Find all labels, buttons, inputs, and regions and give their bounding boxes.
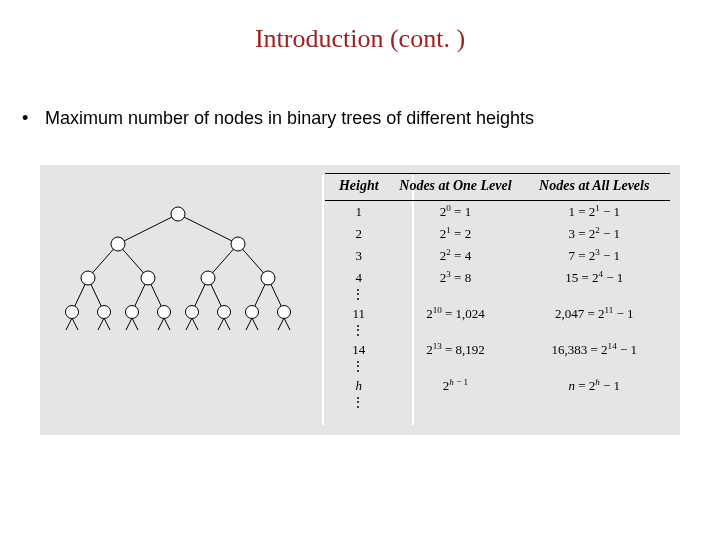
svg-line-33 (126, 318, 132, 330)
cell-one-level: 23 = 8 (392, 267, 518, 289)
cell-all-levels: n = 2h − 1 (519, 375, 670, 397)
th-one-level: Nodes at One Level (392, 174, 518, 201)
svg-line-1 (178, 214, 238, 244)
binary-tree-diagram (48, 200, 308, 370)
table-row: 14213 = 8,19216,383 = 214 − 1 (325, 339, 670, 361)
svg-line-44 (284, 318, 290, 330)
svg-point-28 (278, 306, 291, 319)
svg-line-38 (192, 318, 198, 330)
th-all-levels: Nodes at All Levels (519, 174, 670, 201)
svg-point-24 (158, 306, 171, 319)
svg-line-42 (252, 318, 258, 330)
svg-line-35 (158, 318, 164, 330)
svg-point-8 (231, 237, 245, 251)
figure-panel: Height Nodes at One Level Nodes at All L… (40, 165, 680, 435)
svg-point-26 (218, 306, 231, 319)
cell-height: 4 (325, 267, 392, 289)
cell-height: 3 (325, 245, 392, 267)
svg-point-18 (141, 271, 155, 285)
svg-line-31 (98, 318, 104, 330)
slide-title: Introduction (cont. ) (0, 24, 720, 54)
svg-line-0 (118, 214, 178, 244)
cell-height: 2 (325, 223, 392, 245)
cell-height: h (325, 375, 392, 397)
th-height: Height (325, 174, 392, 201)
svg-line-29 (66, 318, 72, 330)
slide: Introduction (cont. ) • Maximum number o… (0, 0, 720, 540)
table-row: 322 = 47 = 23 − 1 (325, 245, 670, 267)
bullet-line: • Maximum number of nodes in binary tree… (22, 108, 534, 129)
cell-all-levels: 15 = 24 − 1 (519, 267, 670, 289)
svg-line-43 (278, 318, 284, 330)
cell-height: 11 (325, 303, 392, 325)
svg-point-7 (111, 237, 125, 251)
cell-height: 1 (325, 201, 392, 224)
svg-point-2 (171, 207, 185, 221)
svg-point-21 (66, 306, 79, 319)
cell-one-level: 21 = 2 (392, 223, 518, 245)
svg-point-17 (81, 271, 95, 285)
svg-line-40 (224, 318, 230, 330)
cell-all-levels: 2,047 = 211 − 1 (519, 303, 670, 325)
cell-one-level: 22 = 4 (392, 245, 518, 267)
svg-line-34 (132, 318, 138, 330)
svg-point-22 (98, 306, 111, 319)
bullet-text: Maximum number of nodes in binary trees … (45, 108, 534, 128)
vdots-row: ⋮ (325, 361, 670, 375)
column-gap (322, 175, 324, 425)
table-row: 221 = 23 = 22 − 1 (325, 223, 670, 245)
cell-one-level: 210 = 1,024 (392, 303, 518, 325)
vdots-row: ⋮ (325, 325, 670, 339)
cell-height: 14 (325, 339, 392, 361)
cell-all-levels: 16,383 = 214 − 1 (519, 339, 670, 361)
table-row: 11210 = 1,0242,047 = 211 − 1 (325, 303, 670, 325)
svg-point-25 (186, 306, 199, 319)
table-row: 120 = 11 = 21 − 1 (325, 201, 670, 224)
cell-one-level: 213 = 8,192 (392, 339, 518, 361)
vdots-row: ⋮ (325, 397, 670, 411)
cell-all-levels: 7 = 23 − 1 (519, 245, 670, 267)
nodes-table: Height Nodes at One Level Nodes at All L… (325, 173, 670, 411)
svg-line-39 (218, 318, 224, 330)
table-row: h2h − 1n = 2h − 1 (325, 375, 670, 397)
table-row: 423 = 815 = 24 − 1 (325, 267, 670, 289)
vdots-row: ⋮ (325, 289, 670, 303)
svg-line-32 (104, 318, 110, 330)
svg-point-27 (246, 306, 259, 319)
svg-line-30 (72, 318, 78, 330)
svg-point-20 (261, 271, 275, 285)
bullet-dot: • (22, 108, 40, 129)
cell-one-level: 20 = 1 (392, 201, 518, 224)
svg-point-19 (201, 271, 215, 285)
svg-point-23 (126, 306, 139, 319)
cell-all-levels: 1 = 21 − 1 (519, 201, 670, 224)
cell-one-level: 2h − 1 (392, 375, 518, 397)
svg-line-41 (246, 318, 252, 330)
svg-line-37 (186, 318, 192, 330)
svg-line-36 (164, 318, 170, 330)
cell-all-levels: 3 = 22 − 1 (519, 223, 670, 245)
